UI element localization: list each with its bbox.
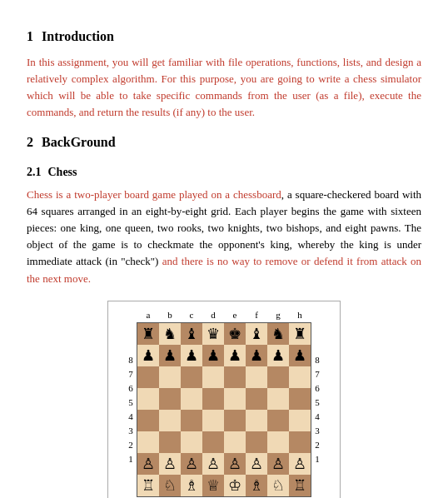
cell-2-2: ♙ (181, 453, 202, 475)
subsection-2-1-number: 2.1 (27, 163, 42, 182)
cell-6-5 (246, 366, 267, 388)
cell-7-0: ♟ (137, 345, 159, 366)
cell-2-4: ♙ (224, 453, 246, 475)
cell-4-7 (289, 410, 311, 431)
rank-1-right: 1 (311, 452, 323, 466)
cell-4-0 (137, 410, 159, 431)
rank-1-left: 1 (125, 452, 137, 466)
cell-3-6 (267, 431, 289, 453)
cell-6-3 (202, 366, 224, 388)
cell-5-5 (246, 388, 267, 410)
cell-2-5: ♙ (246, 453, 267, 475)
cell-5-4 (224, 388, 246, 410)
cell-1-5: ♗ (246, 475, 267, 496)
cell-7-4: ♟ (224, 345, 246, 366)
cell-5-0 (137, 388, 159, 410)
section-1-number: 1 (27, 27, 33, 47)
section-1-title: Introduction (42, 27, 114, 47)
cell-6-2 (181, 366, 202, 388)
chess-figure: a b c d e f g h 8 7 6 5 4 (107, 301, 341, 498)
subsection-2-1: 2.1 Chess Chess is a two-player board ga… (27, 163, 421, 498)
cell-8-1: ♞ (159, 323, 181, 345)
subsection-2-1-body: Chess is a two-player board game played … (27, 187, 421, 287)
cell-7-1: ♟ (159, 345, 181, 366)
subsection-2-1-title: Chess (48, 163, 77, 182)
cell-3-3 (202, 431, 224, 453)
rank-6-left: 6 (125, 381, 137, 396)
cell-5-6 (267, 388, 289, 410)
rank-3-right: 3 (311, 424, 323, 438)
file-label-c: c (181, 308, 202, 322)
cell-3-2 (181, 431, 202, 453)
cell-8-0: ♜ (137, 323, 159, 345)
board-with-labels: 8 7 6 5 4 3 2 1 ♜♞♝♛♚♝♞♜♟♟♟♟♟♟♟♟♙♙♙♙♙♙♙♙… (125, 322, 323, 497)
section-2-title: BackGround (42, 132, 116, 153)
cell-6-6 (267, 366, 289, 388)
cell-7-2: ♟ (181, 345, 202, 366)
rank-7-left: 7 (125, 367, 137, 381)
rank-5-left: 5 (125, 396, 137, 410)
file-label-g: g (267, 308, 289, 322)
rank-6-right: 6 (311, 381, 323, 396)
cell-2-6: ♙ (267, 453, 289, 475)
subsection-2-1-heading: 2.1 Chess (27, 163, 421, 182)
cell-4-2 (181, 410, 202, 431)
cell-8-6: ♞ (267, 323, 289, 345)
file-labels-top: a b c d e f g h (137, 308, 311, 322)
cell-1-2: ♗ (181, 475, 202, 496)
cell-5-3 (202, 388, 224, 410)
file-label-f: f (246, 308, 267, 322)
rank-8-right: 8 (311, 353, 323, 367)
cell-8-7: ♜ (289, 323, 311, 345)
rank-5-right: 5 (311, 396, 323, 410)
cell-2-0: ♙ (137, 453, 159, 475)
cell-5-1 (159, 388, 181, 410)
rank-labels-left: 8 7 6 5 4 3 2 1 (125, 353, 137, 466)
rank-8-left: 8 (125, 353, 137, 367)
cell-3-5 (246, 431, 267, 453)
cell-4-4 (224, 410, 246, 431)
cell-1-1: ♘ (159, 475, 181, 496)
cell-2-3: ♙ (202, 453, 224, 475)
cell-8-3: ♛ (202, 323, 224, 345)
section-2: 2 BackGround 2.1 Chess Chess is a two-pl… (27, 132, 421, 498)
file-label-b: b (159, 308, 181, 322)
cell-7-6: ♟ (267, 345, 289, 366)
cell-5-7 (289, 388, 311, 410)
cell-4-1 (159, 410, 181, 431)
file-label-d: d (202, 308, 224, 322)
cell-5-2 (181, 388, 202, 410)
cell-7-3: ♟ (202, 345, 224, 366)
rank-2-right: 2 (311, 438, 323, 452)
cell-8-2: ♝ (181, 323, 202, 345)
section-1-heading: 1 Introduction (27, 27, 421, 47)
cell-1-0: ♖ (137, 475, 159, 496)
rank-2-left: 2 (125, 438, 137, 452)
section-1: 1 Introduction In this assignment, you w… (27, 27, 421, 121)
file-label-e: e (224, 308, 246, 322)
file-label-a: a (137, 308, 159, 322)
cell-1-3: ♕ (202, 475, 224, 496)
cell-2-7: ♙ (289, 453, 311, 475)
cell-1-4: ♔ (224, 475, 246, 496)
cell-3-0 (137, 431, 159, 453)
cell-4-6 (267, 410, 289, 431)
cell-6-7 (289, 366, 311, 388)
cell-6-1 (159, 366, 181, 388)
cell-3-7 (289, 431, 311, 453)
rank-3-left: 3 (125, 424, 137, 438)
section-2-number: 2 (27, 132, 33, 153)
cell-3-4 (224, 431, 246, 453)
rank-4-left: 4 (125, 410, 137, 424)
cell-3-1 (159, 431, 181, 453)
cell-7-5: ♟ (246, 345, 267, 366)
cell-4-3 (202, 410, 224, 431)
cell-7-7: ♟ (289, 345, 311, 366)
rank-7-right: 7 (311, 367, 323, 381)
section-1-body: In this assignment, you will get familia… (27, 54, 421, 122)
chess-board-wrap: a b c d e f g h 8 7 6 5 4 (125, 308, 323, 498)
cell-4-5 (246, 410, 267, 431)
cell-6-4 (224, 366, 246, 388)
file-label-h: h (289, 308, 311, 322)
cell-8-4: ♚ (224, 323, 246, 345)
